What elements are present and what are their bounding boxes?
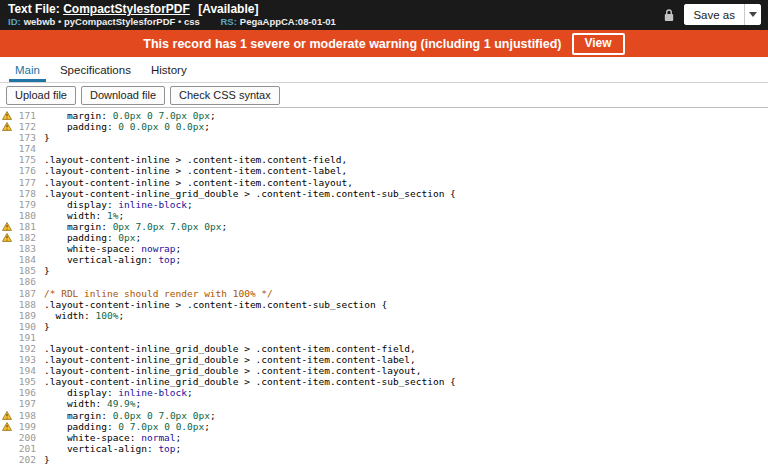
code-editor[interactable]: 171 margin: 0.0px 0 7.0px 0px;172 paddin… <box>0 108 768 464</box>
code-text: .layout-content-inline_grid_double > .co… <box>36 343 416 354</box>
code-line: 183 white-space: nowrap; <box>0 243 768 254</box>
code-text: .layout-content-inline > .content-item.c… <box>36 154 347 165</box>
code-line: 173} <box>0 132 768 143</box>
save-as-button[interactable]: Save as <box>684 4 744 25</box>
warning-icon[interactable] <box>0 232 13 243</box>
code-text: display: inline-block; <box>36 199 193 210</box>
warn-slot-empty <box>0 210 13 221</box>
warn-slot-empty <box>0 143 13 154</box>
warn-slot-empty <box>0 354 13 365</box>
code-text: padding: 0px; <box>36 232 141 243</box>
code-text: .layout-content-inline_grid_double > .co… <box>36 365 422 376</box>
code-line: 199 padding: 0 7.0px 0 0.0px; <box>0 421 768 432</box>
code-line: 182 padding: 0px; <box>0 232 768 243</box>
code-text: margin: 0px 7.0px 7.0px 0px; <box>36 221 227 232</box>
rs-value: PegaAppCA:08-01-01 <box>240 16 336 27</box>
code-line: 188.layout-content-inline > .content-ite… <box>0 299 768 310</box>
line-number: 192 <box>13 343 36 354</box>
code-text: width: 1%; <box>36 210 124 221</box>
warning-icon[interactable] <box>0 110 13 121</box>
line-number: 178 <box>13 188 36 199</box>
record-header: Text File: CompactStylesforPDF [Availabl… <box>0 0 768 30</box>
warning-banner-text: This record has 1 severe or moderate war… <box>143 37 561 51</box>
warn-slot-empty <box>0 288 13 299</box>
line-number: 190 <box>13 321 36 332</box>
code-text: } <box>36 265 50 276</box>
code-line: 178.layout-content-inline_grid_double > … <box>0 188 768 199</box>
code-text: .layout-content-inline_grid_double > .co… <box>36 188 456 199</box>
line-number: 195 <box>13 376 36 387</box>
code-line: 181 margin: 0px 7.0px 7.0px 0px; <box>0 221 768 232</box>
warn-slot-empty <box>0 398 13 409</box>
warn-slot-empty <box>0 443 13 454</box>
tab-main[interactable]: Main <box>5 57 50 82</box>
app-window: Text File: CompactStylesforPDF [Availabl… <box>0 0 768 464</box>
code-text: } <box>36 454 50 464</box>
code-line: 171 margin: 0.0px 0 7.0px 0px; <box>0 110 768 121</box>
code-text: white-space: nowrap; <box>36 243 181 254</box>
warn-slot-empty <box>0 199 13 210</box>
code-line: 175.layout-content-inline > .content-ite… <box>0 154 768 165</box>
line-number: 173 <box>13 132 36 143</box>
lock-icon[interactable] <box>663 8 675 22</box>
code-text: /* RDL inline should render with 100% */ <box>36 288 273 299</box>
code-text: } <box>36 321 50 332</box>
warn-slot-empty <box>0 132 13 143</box>
warn-slot-empty <box>0 454 13 464</box>
code-line: 198 margin: 0.0px 0 7.0px 0px; <box>0 410 768 421</box>
view-warnings-button[interactable]: View <box>572 33 625 55</box>
line-number: 184 <box>13 254 36 265</box>
code-text: display: inline-block; <box>36 387 193 398</box>
warning-icon[interactable] <box>0 121 13 132</box>
tab-specifications[interactable]: Specifications <box>50 57 141 82</box>
code-text: .layout-content-inline_grid_double > .co… <box>36 376 456 387</box>
header-controls: Save as <box>663 4 761 25</box>
code-line: 176.layout-content-inline > .content-ite… <box>0 165 768 176</box>
line-number: 183 <box>13 243 36 254</box>
warn-slot-empty <box>0 177 13 188</box>
rs-label: RS: <box>220 16 236 27</box>
code-line: 197 width: 49.9%; <box>0 398 768 409</box>
code-line: 201 vertical-align: top; <box>0 443 768 454</box>
warning-icon[interactable] <box>0 421 13 432</box>
warning-icon[interactable] <box>0 410 13 421</box>
warn-slot-empty <box>0 254 13 265</box>
warn-slot-empty <box>0 243 13 254</box>
line-number: 189 <box>13 310 36 321</box>
code-text: padding: 0 0.0px 0 0.0px; <box>36 121 210 132</box>
line-number: 200 <box>13 432 36 443</box>
code-text: white-space: normal; <box>36 432 181 443</box>
warn-slot-empty <box>0 154 13 165</box>
warn-slot-empty <box>0 188 13 199</box>
code-text: .layout-content-inline > .content-item.c… <box>36 177 353 188</box>
code-line: 184 vertical-align: top; <box>0 254 768 265</box>
line-number: 191 <box>13 332 36 343</box>
line-number: 175 <box>13 154 36 165</box>
id-label: ID: <box>8 16 21 27</box>
upload-file-button[interactable]: Upload file <box>6 86 76 105</box>
save-as-dropdown-button[interactable] <box>744 4 761 25</box>
line-number: 198 <box>13 410 36 421</box>
record-name-link[interactable]: CompactStylesforPDF <box>63 2 190 16</box>
code-text: width: 49.9%; <box>36 398 141 409</box>
record-title: Text File: CompactStylesforPDF [Availabl… <box>8 2 760 16</box>
code-text: width: 100%; <box>36 310 124 321</box>
line-number: 182 <box>13 232 36 243</box>
line-number: 187 <box>13 288 36 299</box>
file-toolbar: Upload file Download file Check CSS synt… <box>0 83 768 108</box>
code-line: 179 display: inline-block; <box>0 199 768 210</box>
line-number: 181 <box>13 221 36 232</box>
code-line: 200 white-space: normal; <box>0 432 768 443</box>
line-number: 180 <box>13 210 36 221</box>
code-line: 185} <box>0 265 768 276</box>
check-css-syntax-button[interactable]: Check CSS syntax <box>170 86 280 105</box>
warn-slot-empty <box>0 332 13 343</box>
download-file-button[interactable]: Download file <box>81 86 165 105</box>
tab-history[interactable]: History <box>141 57 197 82</box>
code-line: 196 display: inline-block; <box>0 387 768 398</box>
warning-icon[interactable] <box>0 221 13 232</box>
code-line: 177.layout-content-inline > .content-ite… <box>0 177 768 188</box>
line-number: 177 <box>13 177 36 188</box>
code-text: vertical-align: top; <box>36 443 181 454</box>
code-line: 202} <box>0 454 768 464</box>
